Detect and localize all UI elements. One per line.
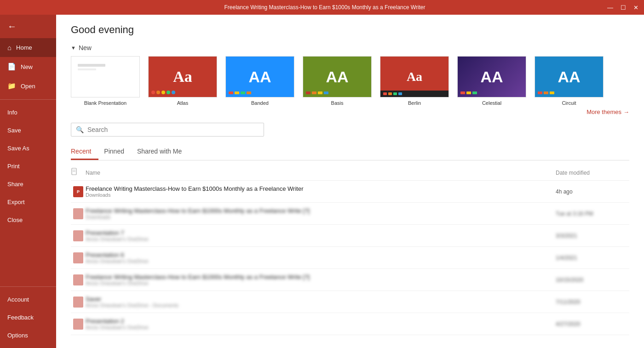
- file-icon: [71, 252, 86, 263]
- file-info: Presentation 6Amos Onwukwe's OneDrive: [86, 251, 556, 264]
- template-circuit[interactable]: AA Circuit: [535, 56, 604, 106]
- file-date: 4h ago: [556, 188, 629, 195]
- sidebar-item-save-as[interactable]: Save As: [0, 139, 56, 157]
- search-input[interactable]: [87, 126, 259, 133]
- file-list: PFreelance Writing Masterclass-How to Ea…: [71, 181, 629, 335]
- new-section-header[interactable]: ▼ New: [71, 44, 629, 51]
- print-label: Print: [7, 163, 20, 170]
- more-themes-label: More themes: [586, 108, 621, 115]
- sidebar-item-account[interactable]: Account: [0, 291, 56, 308]
- file-info: Presentation 7Amos Onwukwe's OneDrive: [86, 229, 556, 242]
- close-icon[interactable]: ✕: [633, 4, 638, 11]
- tab-shared[interactable]: Shared with Me: [137, 144, 189, 160]
- sidebar-item-share[interactable]: Share: [0, 175, 56, 193]
- minimize-icon[interactable]: —: [607, 4, 613, 11]
- file-info: Freelance Writing Masterclass-How to Ear…: [86, 207, 556, 220]
- sidebar-item-save[interactable]: Save: [0, 121, 56, 139]
- file-location: Downloads: [86, 192, 556, 198]
- file-date: 1/4/2021: [556, 255, 629, 261]
- sidebar-item-print[interactable]: Print: [0, 157, 56, 175]
- title-bar-controls: — ☐ ✕: [607, 4, 638, 11]
- file-name-header: Name: [86, 170, 100, 176]
- pptx-icon: [73, 274, 83, 285]
- file-location: Amos Onwukwe's OneDrive - Documents: [86, 302, 556, 308]
- file-date: Tue at 3:16 PM: [556, 211, 629, 217]
- file-name: Saver: [86, 296, 556, 302]
- new-section-label: New: [79, 44, 92, 51]
- template-label-celestial: Celestial: [482, 100, 501, 106]
- template-banded[interactable]: AA Banded: [225, 56, 294, 106]
- template-thumb-blank: [71, 56, 140, 97]
- template-berlin[interactable]: Aa Berlin: [380, 56, 449, 106]
- template-atlas[interactable]: Aa Atlas: [148, 56, 217, 106]
- file-location: Amos Onwukwe's OneDrive: [86, 258, 556, 264]
- file-icon: [71, 319, 86, 330]
- divider-2: [0, 286, 56, 287]
- sidebar-item-options[interactable]: Options: [0, 326, 56, 344]
- template-basis[interactable]: AA Basis: [303, 56, 372, 106]
- sidebar-item-close[interactable]: Close: [0, 211, 56, 229]
- back-button[interactable]: ←: [0, 15, 56, 38]
- template-celestial[interactable]: AA Celestial: [457, 56, 526, 106]
- more-themes-link[interactable]: More themes →: [71, 108, 629, 115]
- template-blank[interactable]: Blank Presentation: [71, 56, 140, 106]
- tab-pinned[interactable]: Pinned: [104, 144, 132, 160]
- pptx-icon: [73, 297, 83, 308]
- restore-icon[interactable]: ☐: [621, 4, 626, 11]
- share-label: Share: [7, 181, 23, 188]
- file-name: Presentation 7: [86, 229, 556, 236]
- template-label-blank: Blank Presentation: [84, 100, 126, 106]
- pptx-icon: [73, 230, 83, 241]
- tab-pinned-label: Pinned: [104, 148, 124, 155]
- file-name: Presentation 6: [86, 251, 556, 258]
- file-row[interactable]: Presentation 7Amos Onwukwe's OneDrive3/3…: [71, 225, 629, 247]
- file-row[interactable]: SaverAmos Onwukwe's OneDrive - Documents…: [71, 291, 629, 313]
- feedback-label: Feedback: [7, 314, 34, 321]
- search-box: 🔍: [71, 123, 264, 137]
- save-label: Save: [7, 127, 21, 134]
- sidebar-item-export[interactable]: Export: [0, 193, 56, 211]
- file-info: Freelance Writing Masterclass-How to Ear…: [86, 274, 556, 286]
- options-label: Options: [7, 332, 28, 339]
- template-thumb-basis: AA: [303, 56, 372, 97]
- template-label-atlas: Atlas: [177, 100, 188, 106]
- tabs-row: Recent Pinned Shared with Me: [71, 144, 629, 160]
- pptx-icon: [73, 208, 83, 219]
- file-header-icon: [71, 168, 78, 176]
- file-row[interactable]: Freelance Writing Masterclass-How to Ear…: [71, 269, 629, 291]
- file-row[interactable]: Freelance Writing Masterclass-How to Ear…: [71, 203, 629, 225]
- file-icon: [71, 230, 86, 241]
- account-label: Account: [7, 296, 29, 303]
- sidebar-bottom: Account Feedback Options: [0, 291, 56, 348]
- file-row[interactable]: Presentation 2Amos Onwukwe's OneDrive4/2…: [71, 313, 629, 335]
- file-row[interactable]: PFreelance Writing Masterclass-How to Ea…: [71, 181, 629, 203]
- svg-rect-1: [78, 64, 105, 67]
- file-icon: [71, 208, 86, 219]
- file-date: 4/27/2020: [556, 321, 629, 327]
- file-date: 3/3/2021: [556, 233, 629, 239]
- sidebar-item-new[interactable]: 📄 New: [0, 57, 56, 76]
- svg-rect-2: [78, 68, 96, 70]
- file-info: Freelance Writing Masterclass-How to Ear…: [86, 185, 556, 198]
- template-thumb-circuit: AA: [535, 56, 604, 97]
- template-label-basis: Basis: [331, 100, 344, 106]
- template-thumb-banded: AA: [225, 56, 294, 97]
- title-bar-title: Freelance Writing Masterclass-How to Ear…: [42, 4, 607, 11]
- sidebar-label-open: Open: [21, 83, 35, 90]
- file-icon-col-header: [71, 168, 86, 177]
- file-location: Amos Onwukwe's OneDrive: [86, 325, 556, 330]
- file-location: Amos Onwukwe's OneDrive: [86, 280, 556, 286]
- file-row[interactable]: Presentation 6Amos Onwukwe's OneDrive1/4…: [71, 247, 629, 269]
- file-info: Presentation 2Amos Onwukwe's OneDrive: [86, 318, 556, 330]
- template-thumb-atlas: Aa: [148, 56, 217, 97]
- tab-recent[interactable]: Recent: [71, 144, 98, 160]
- sidebar-item-home[interactable]: ⌂ Home: [0, 38, 56, 57]
- file-name: Freelance Writing Masterclass-How to Ear…: [86, 274, 556, 280]
- sidebar-item-feedback[interactable]: Feedback: [0, 308, 56, 326]
- template-label-banded: Banded: [251, 100, 269, 106]
- sidebar-item-info[interactable]: Info: [0, 103, 56, 121]
- sidebar-item-open[interactable]: 📁 Open: [0, 76, 56, 96]
- pptx-icon: [73, 252, 83, 263]
- pptx-icon: [73, 319, 83, 330]
- sidebar-label-new: New: [21, 63, 33, 70]
